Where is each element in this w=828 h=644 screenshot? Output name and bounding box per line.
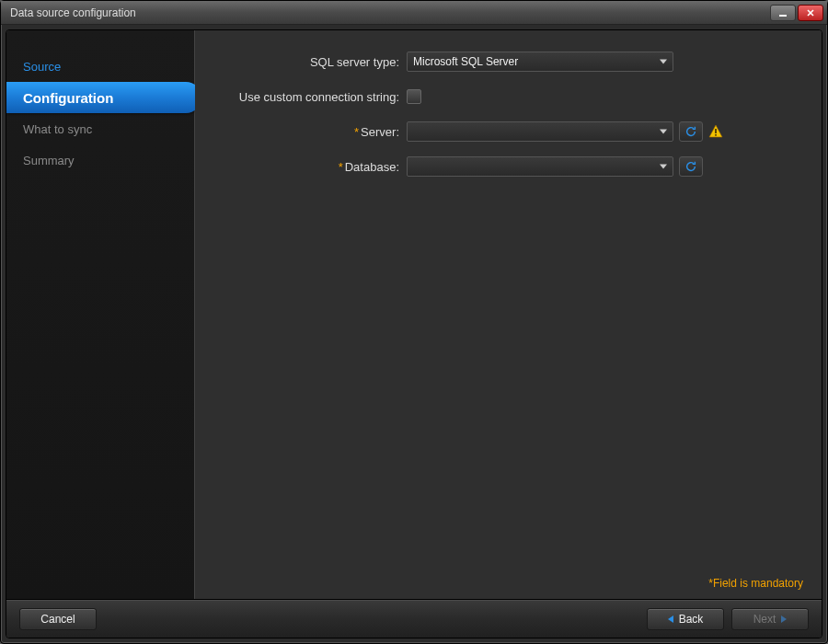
refresh-icon [684,125,697,138]
row-custom-conn: Use custom connection string: [195,86,803,108]
sidebar-item-label: What to sync [23,122,92,136]
server-select[interactable] [407,121,673,142]
chevron-down-icon [660,165,667,169]
svg-rect-4 [715,134,717,136]
content-pane: SQL server type: Microsoft SQL Server Us… [195,30,822,599]
label-custom-conn: Use custom connection string: [195,90,407,104]
sidebar-item-label: Source [23,60,61,74]
label-database: *Database: [195,160,407,174]
sidebar-item-configuration[interactable]: Configuration [6,82,201,113]
body: Source Configuration What to sync Summar… [6,30,822,599]
window-title: Data source configuration [10,6,768,19]
next-button[interactable]: Next [731,608,809,630]
refresh-server-button[interactable] [679,121,703,142]
label-sql-type: SQL server type: [195,55,407,69]
sidebar-item-label: Summary [23,154,75,167]
row-sql-type: SQL server type: Microsoft SQL Server [195,51,803,73]
refresh-icon [684,160,697,173]
svg-rect-3 [715,129,717,133]
inner-frame: Source Configuration What to sync Summar… [6,29,822,638]
close-button[interactable] [798,5,823,21]
row-server: *Server: [195,121,803,143]
minimize-button[interactable] [770,5,796,21]
database-select[interactable] [407,156,673,177]
mandatory-star: * [354,125,359,139]
close-icon [806,8,815,17]
chevron-down-icon [660,60,667,64]
cancel-button[interactable]: Cancel [19,608,97,630]
chevron-down-icon [660,130,667,134]
minimize-icon [778,8,788,17]
sql-type-select[interactable]: Microsoft SQL Server [407,52,673,72]
dialog-window: Data source configuration Source Configu… [0,0,828,644]
chevron-right-icon [781,615,787,623]
row-database: *Database: [195,155,803,178]
mandatory-note: *Field is mandatory [708,577,803,590]
back-label: Back [679,613,704,626]
sidebar: Source Configuration What to sync Summar… [6,30,195,599]
svg-rect-0 [779,15,787,17]
refresh-database-button[interactable] [679,156,703,177]
config-form: SQL server type: Microsoft SQL Server Us… [195,51,803,178]
custom-conn-checkbox[interactable] [407,89,421,104]
label-server: *Server: [195,125,407,139]
warning-icon [708,124,723,139]
sidebar-item-label: Configuration [23,90,113,106]
cancel-label: Cancel [40,613,75,626]
next-label: Next [753,613,776,626]
titlebar: Data source configuration [1,1,827,25]
mandatory-star: * [339,160,343,174]
sidebar-item-source[interactable]: Source [6,51,194,82]
footer: Cancel Back Next [6,599,822,638]
chevron-left-icon [668,615,673,623]
sidebar-item-summary[interactable]: Summary [6,144,194,176]
sidebar-item-what-to-sync[interactable]: What to sync [6,113,194,144]
sql-type-value: Microsoft SQL Server [413,55,518,68]
back-button[interactable]: Back [647,608,724,630]
